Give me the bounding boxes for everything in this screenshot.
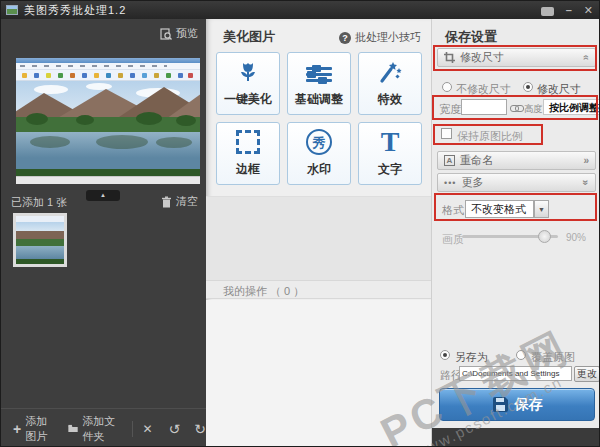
keep-ratio-label: 保持原图比例 [457, 129, 523, 144]
width-input[interactable] [461, 99, 507, 115]
format-dropdown[interactable]: 不改变格式 [465, 200, 534, 218]
preview-button[interactable]: 预览 [160, 26, 198, 41]
resize-radio[interactable] [523, 82, 533, 92]
save-button-label: 保存 [515, 396, 543, 414]
folder-icon [68, 423, 78, 434]
watermark-label: 水印 [288, 161, 350, 178]
quality-row: 画质 90% [432, 230, 600, 246]
more-section-header[interactable]: ••• 更多 » [437, 173, 596, 192]
resize-label: 修改尺寸 [537, 82, 581, 97]
add-folder-label: 添加文件夹 [82, 414, 121, 444]
preview-image [16, 58, 200, 184]
flower-icon [235, 59, 261, 85]
clear-button[interactable]: 清空 [161, 194, 198, 209]
sliders-icon [306, 64, 332, 85]
basic-adjust-label: 基础调整 [288, 91, 350, 108]
save-as-label: 另存为 [455, 350, 488, 365]
effects-button[interactable]: 特效 [358, 52, 422, 115]
resize-section-label: 修改尺寸 [460, 50, 504, 65]
quality-value: 90% [566, 232, 586, 243]
added-count-label: 已添加 1 张 [11, 195, 67, 210]
left-toolbar: + 添加图片 添加文件夹 ✕ ↺ ↻ [1, 408, 206, 447]
basic-adjust-button[interactable]: 基础调整 [287, 52, 351, 115]
text-button[interactable]: T 文字 [358, 122, 422, 185]
crop-icon [444, 52, 455, 63]
quality-slider-handle[interactable] [538, 230, 551, 243]
one-key-beautify-button[interactable]: 一键美化 [216, 52, 280, 115]
collapse-handle[interactable]: ▲ [86, 190, 120, 201]
chevron-up-icon: » [581, 55, 592, 61]
undo-icon[interactable]: ↺ [169, 421, 181, 437]
minimize-button[interactable]: – [566, 3, 572, 17]
frame-button[interactable]: 边框 [216, 122, 280, 185]
rename-section-label: 重命名 [460, 153, 493, 168]
app-window: 美图秀秀批处理1.2 – ✕ 预览 [0, 0, 600, 447]
trash-icon [161, 196, 172, 208]
format-dropdown-arrow[interactable]: ▼ [534, 200, 549, 218]
save-settings-title: 保存设置 [445, 28, 497, 46]
tips-label: 批处理小技巧 [355, 30, 421, 45]
quality-slider-track[interactable] [462, 235, 558, 238]
beautify-panel: 美化图片 ? 批处理小技巧 一键美化 [206, 19, 431, 447]
quality-label: 画质 [442, 232, 464, 247]
plus-icon: + [13, 421, 21, 437]
one-key-beautify-label: 一键美化 [217, 91, 279, 108]
no-resize-radio[interactable] [442, 82, 452, 92]
rename-section-header[interactable]: A 重命名 » [437, 151, 596, 170]
chevron-down-icon: » [581, 180, 592, 186]
close-button[interactable]: ✕ [584, 3, 593, 17]
feedback-icon[interactable] [541, 7, 554, 16]
save-settings-panel: 保存设置 修改尺寸 » 不修改尺寸 修改尺寸 宽度 高度 高度 按比例调整 保持… [431, 19, 600, 447]
height-label2: 高度 [524, 103, 543, 116]
preview-icon [160, 28, 172, 40]
landscape-scene [16, 81, 200, 176]
frame-label: 边框 [217, 161, 279, 178]
width-label: 宽度 [439, 102, 461, 117]
question-icon: ? [339, 32, 351, 44]
save-as-radio[interactable] [440, 350, 450, 360]
text-label: 文字 [359, 161, 421, 178]
format-row: 格式 不改变格式 ▼ [432, 197, 600, 223]
chevron-right-icon: » [583, 155, 589, 166]
chain-link-icon[interactable] [510, 105, 522, 111]
watermark-button[interactable]: 秀 水印 [287, 122, 351, 185]
image-thumbnail[interactable] [13, 213, 67, 267]
no-resize-label: 不修改尺寸 [456, 82, 511, 97]
save-icon [492, 397, 509, 412]
add-image-label: 添加图片 [25, 414, 54, 444]
operations-list [206, 196, 431, 280]
add-folder-button[interactable]: 添加文件夹 [68, 414, 122, 444]
operations-header: 我的操作 （ 0 ） [206, 280, 431, 299]
overwrite-radio[interactable] [516, 350, 526, 360]
frame-icon [236, 130, 260, 154]
watermark-icon: 秀 [306, 129, 332, 155]
path-input[interactable] [459, 366, 572, 381]
redo-icon[interactable]: ↻ [194, 421, 206, 437]
resize-section-header[interactable]: 修改尺寸 » [437, 48, 596, 67]
effects-label: 特效 [359, 91, 421, 108]
clear-label: 清空 [176, 194, 198, 209]
dots-icon: ••• [444, 178, 456, 188]
path-row: 路径 更改 [432, 366, 600, 384]
collapse-arrow-icon: ▲ [100, 192, 106, 198]
operations-count-label: 我的操作 （ 0 ） [223, 284, 304, 299]
more-section-label: 更多 [461, 175, 483, 190]
preview-label: 预览 [176, 26, 198, 41]
change-path-button[interactable]: 更改 [574, 366, 600, 382]
app-icon [6, 5, 18, 15]
save-button[interactable]: 保存 [439, 388, 595, 421]
height-input[interactable]: 按比例调整 [543, 99, 600, 115]
image-list-panel: 预览 [1, 19, 206, 447]
right-footer [432, 428, 600, 447]
magic-wand-icon [377, 59, 403, 85]
tips-link[interactable]: ? 批处理小技巧 [339, 30, 421, 45]
keep-ratio-checkbox[interactable] [441, 128, 452, 139]
add-image-button[interactable]: + 添加图片 [13, 414, 54, 444]
added-row: 已添加 1 张 ▲ 清空 [1, 189, 206, 211]
titlebar: 美图秀秀批处理1.2 – ✕ [1, 1, 599, 19]
panel-title: 美化图片 [223, 28, 275, 46]
text-icon: T [381, 127, 400, 157]
overwrite-label: 覆盖原图 [531, 350, 575, 365]
format-label: 格式 [442, 203, 464, 218]
delete-icon[interactable]: ✕ [142, 422, 152, 436]
